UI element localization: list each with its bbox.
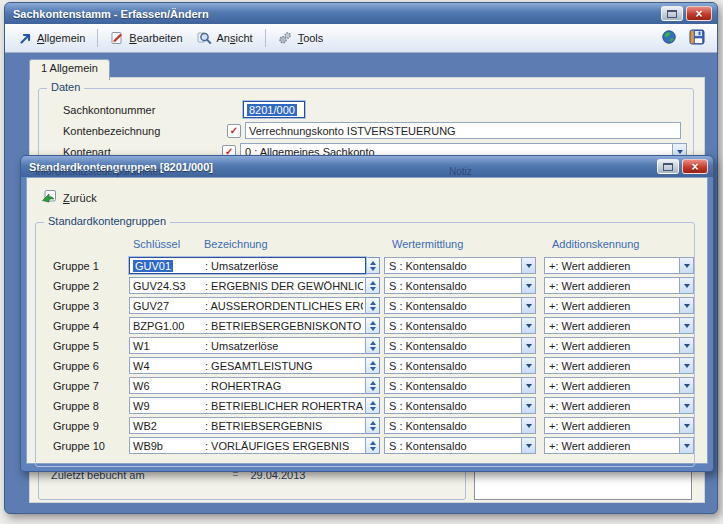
spin-up-icon — [370, 341, 376, 345]
wertermittlung-combo[interactable]: S : Kontensaldo — [384, 417, 536, 434]
dropdown-icon[interactable] — [679, 438, 693, 453]
schluessel-field[interactable]: BZPG1.00 : BETRIEBSERGEBNISKONTO — [129, 317, 366, 334]
spinner-control[interactable] — [366, 397, 380, 414]
dialog-titlebar[interactable]: Standardkontengruppen [8201/000] Info/Um… — [21, 156, 713, 177]
dropdown-icon[interactable] — [679, 258, 693, 273]
dropdown-icon[interactable] — [521, 298, 535, 313]
schluessel-field[interactable]: W1 : Umsatzerlöse — [129, 337, 366, 354]
restore-button[interactable] — [657, 159, 679, 174]
additionskennung-combo[interactable]: +: Wert addieren — [544, 317, 694, 334]
menu-ansicht[interactable]: Ansicht — [191, 28, 259, 48]
field-row: Sachkontonummer 8201/000 — [39, 99, 687, 120]
spinner-control[interactable] — [366, 317, 380, 334]
table-row: Gruppe 3 GUV27 : AUSSERORDENTLICHES ERGE… — [44, 297, 694, 314]
spinner-control[interactable] — [366, 357, 380, 374]
additionskennung-combo[interactable]: +: Wert addieren — [544, 357, 694, 374]
schluessel-field[interactable]: WB9b : VORLÄUFIGES ERGEBNIS — [129, 437, 366, 454]
header-schluessel: Schlüssel — [133, 238, 180, 250]
additionskennung-value: +: Wert addieren — [545, 278, 679, 293]
back-arrow-icon — [41, 189, 57, 206]
dropdown-icon[interactable] — [521, 338, 535, 353]
spinner-control[interactable] — [366, 297, 380, 314]
wertermittlung-value: S : Kontensaldo — [385, 358, 521, 373]
additionskennung-combo[interactable]: +: Wert addieren — [544, 437, 694, 454]
table-row: Gruppe 5 W1 : Umsatzerlöse S : Kontensal… — [44, 337, 694, 354]
additionskennung-combo[interactable]: +: Wert addieren — [544, 277, 694, 294]
additionskennung-combo[interactable]: +: Wert addieren — [544, 417, 694, 434]
spin-down-icon — [370, 407, 376, 411]
dropdown-icon[interactable] — [521, 438, 535, 453]
schluessel-field[interactable]: WB2 : BETRIEBSERGEBNIS — [129, 417, 366, 434]
wertermittlung-combo[interactable]: S : Kontensaldo — [384, 297, 536, 314]
main-titlebar[interactable]: Sachkontenstamm - Erfassen/Ändern — [5, 3, 717, 24]
globe-icon[interactable] — [661, 29, 677, 47]
spinner-control[interactable] — [366, 257, 380, 274]
wertermittlung-combo[interactable]: S : Kontensaldo — [384, 317, 536, 334]
dropdown-icon[interactable] — [679, 398, 693, 413]
save-icon[interactable] — [689, 29, 705, 47]
spinner-control[interactable] — [366, 417, 380, 434]
menu-bearbeiten[interactable]: Bearbeiten — [104, 28, 188, 48]
menu-tools[interactable]: Tools — [272, 28, 330, 48]
label-key: B — [129, 32, 136, 44]
group-row-label: Gruppe 6 — [44, 360, 129, 372]
wertermittlung-combo[interactable]: S : Kontensaldo — [384, 257, 536, 274]
tab-allgemein[interactable]: 1 Allgemein — [29, 59, 110, 80]
group-row-label: Gruppe 7 — [44, 380, 129, 392]
additionskennung-combo[interactable]: +: Wert addieren — [544, 337, 694, 354]
wertermittlung-combo[interactable]: S : Kontensaldo — [384, 337, 536, 354]
additionskennung-combo[interactable]: +: Wert addieren — [544, 397, 694, 414]
wertermittlung-combo[interactable]: S : Kontensaldo — [384, 377, 536, 394]
dropdown-icon[interactable] — [521, 358, 535, 373]
additionskennung-combo[interactable]: +: Wert addieren — [544, 297, 694, 314]
spinner-control[interactable] — [366, 437, 380, 454]
close-button[interactable] — [682, 159, 708, 174]
schluessel-field[interactable]: GUV01 : Umsatzerlöse — [129, 257, 366, 274]
bezeichnung-value: : BETRIEBLICHER ROHERTRAG — [205, 400, 363, 412]
dropdown-icon[interactable] — [521, 398, 535, 413]
spinner-control[interactable] — [366, 377, 380, 394]
menu-allgemein[interactable]: Allgemein — [13, 29, 91, 48]
wertermittlung-combo[interactable]: S : Kontensaldo — [384, 277, 536, 294]
schluessel-field[interactable]: W6 : ROHERTRAG — [129, 377, 366, 394]
spinner-control[interactable] — [366, 337, 380, 354]
wertermittlung-combo[interactable]: S : Kontensaldo — [384, 397, 536, 414]
spin-up-icon — [370, 281, 376, 285]
additionskennung-combo[interactable]: +: Wert addieren — [544, 377, 694, 394]
red-check-icon[interactable] — [227, 124, 241, 138]
dropdown-icon[interactable] — [679, 278, 693, 293]
dropdown-icon[interactable] — [679, 358, 693, 373]
additionskennung-combo[interactable]: +: Wert addieren — [544, 257, 694, 274]
dropdown-icon[interactable] — [521, 318, 535, 333]
dropdown-icon[interactable] — [679, 338, 693, 353]
dropdown-icon[interactable] — [679, 418, 693, 433]
wertermittlung-combo[interactable]: S : Kontensaldo — [384, 357, 536, 374]
schluessel-field[interactable]: GUV24.S3 : ERGEBNIS DER GEWÖHNLICHEN GES — [129, 277, 366, 294]
wertermittlung-combo[interactable]: S : Kontensaldo — [384, 437, 536, 454]
dropdown-icon[interactable] — [679, 378, 693, 393]
table-row: Gruppe 10 WB9b : VORLÄUFIGES ERGEBNIS S … — [44, 437, 694, 454]
dropdown-icon[interactable] — [521, 418, 535, 433]
notiz-textarea[interactable] — [474, 468, 692, 500]
dropdown-icon[interactable] — [679, 318, 693, 333]
dropdown-icon[interactable] — [679, 298, 693, 313]
gears-icon — [278, 31, 293, 45]
schluessel-field[interactable]: GUV27 : AUSSERORDENTLICHES ERGEBNIS — [129, 297, 366, 314]
ghost-label-info: Info/Umsatzsteuerparameter — [35, 166, 162, 177]
dropdown-icon[interactable] — [521, 258, 535, 273]
dropdown-icon[interactable] — [521, 278, 535, 293]
toolbar-separator — [97, 29, 98, 47]
back-button[interactable]: Zurück — [36, 187, 102, 208]
dropdown-icon[interactable] — [521, 378, 535, 393]
menu-label: Ansicht — [217, 32, 253, 44]
header-cell: Schlüssel Bezeichnung — [129, 238, 366, 250]
additionskennung-value: +: Wert addieren — [545, 298, 679, 313]
kontenbezeichnung-input[interactable]: Verrechnungskonto ISTVERSTEUERUNG — [245, 122, 681, 139]
restore-button[interactable] — [661, 6, 683, 21]
close-button[interactable] — [686, 6, 712, 21]
spinner-control[interactable] — [366, 277, 380, 294]
schluessel-field[interactable]: W9 : BETRIEBLICHER ROHERTRAG — [129, 397, 366, 414]
schluessel-field[interactable]: W4 : GESAMTLEISTUNG — [129, 357, 366, 374]
sachkontonummer-input[interactable]: 8201/000 — [243, 101, 305, 118]
schluessel-value: W6 — [133, 380, 150, 392]
